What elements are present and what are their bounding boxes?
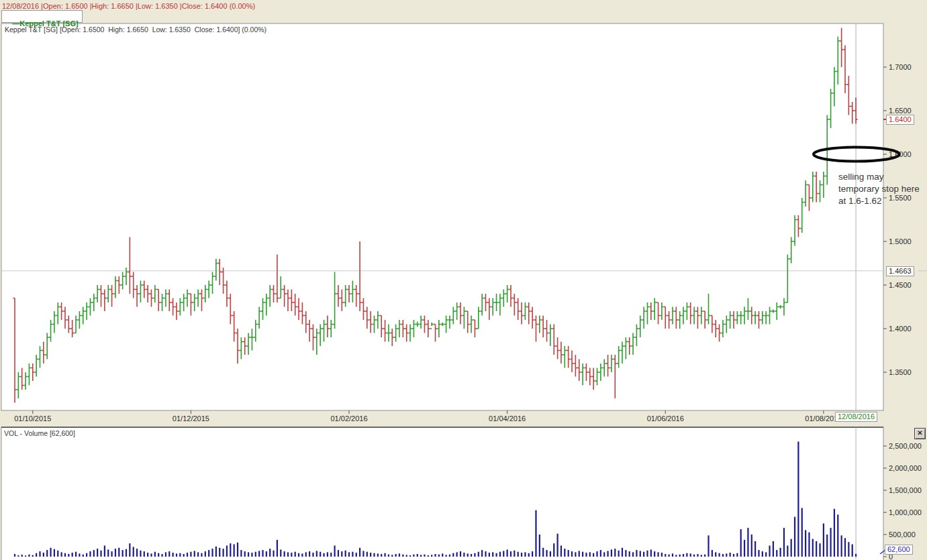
volume-bar (234, 545, 235, 557)
volume-bar (111, 551, 112, 557)
volume-bar (783, 528, 785, 557)
series-legend[interactable]: —Keppel T&T [SG] (1, 10, 83, 23)
volume-bar (553, 543, 554, 557)
volume-bar (187, 553, 188, 557)
volume-bar (816, 541, 817, 557)
volume-bar (57, 551, 58, 557)
volume-bar (669, 555, 670, 557)
volume-bar (237, 543, 238, 557)
volume-bar (118, 548, 119, 557)
volume-bar (305, 552, 307, 557)
volume-bar (93, 550, 95, 557)
volume-bar (248, 552, 249, 557)
volume-bar (122, 550, 124, 557)
volume-bar (495, 553, 497, 557)
volume-bar (219, 548, 220, 557)
volume-bar (808, 533, 810, 557)
volume-bar (826, 535, 828, 557)
volume-bar (201, 553, 202, 557)
volume-bar (61, 552, 62, 557)
volume-bar (632, 552, 634, 557)
volume-bar (255, 552, 256, 557)
volume-bar (154, 552, 156, 557)
volume-bar (769, 546, 770, 557)
volume-bar (614, 549, 616, 557)
volume-bar (183, 554, 185, 557)
drawn-ellipse-annotation[interactable] (811, 146, 906, 164)
volume-bar (758, 550, 759, 557)
volume-bar (708, 535, 709, 557)
volume-bar (571, 551, 573, 557)
volume-bar (715, 552, 716, 557)
volume-bar (446, 555, 447, 557)
chart-canvas[interactable] (0, 0, 927, 560)
volume-bar (474, 553, 475, 557)
volume-bar (507, 549, 508, 557)
volume-bar (14, 554, 15, 557)
volume-bar (280, 549, 281, 557)
volume-bar (596, 551, 597, 557)
volume-bar (550, 551, 551, 557)
volume-bar (557, 534, 558, 557)
volume-bar (765, 552, 767, 557)
volume-bar (542, 548, 544, 557)
volume-bar (693, 555, 695, 557)
volume-bar (107, 549, 109, 557)
volume-bar (712, 550, 713, 557)
volume-bar (485, 551, 486, 557)
volume-bar (36, 553, 37, 557)
volume-bar (330, 553, 332, 557)
volume-bar (323, 553, 324, 557)
volume-pane-title: VOL - Volume [62,600] (4, 429, 75, 437)
charting-app-window: 12/08/2016 |Open: 1.6500 |High: 1.6650 |… (0, 0, 927, 560)
volume-bar (686, 553, 687, 557)
volume-bar (352, 552, 353, 557)
volume-bar (211, 549, 213, 557)
volume-bar (384, 553, 385, 557)
volume-bar (492, 552, 493, 557)
volume-bar (43, 553, 44, 557)
volume-bar (762, 551, 763, 557)
volume-bar (362, 551, 364, 557)
volume-bar (794, 517, 795, 557)
last-price-badge: 1.6400 (886, 115, 914, 125)
volume-bar (751, 535, 752, 557)
volume-bar (841, 535, 842, 557)
volume-bar (269, 549, 271, 557)
volume-bar (528, 553, 530, 557)
volume-bar (514, 551, 515, 557)
volume-bar (607, 551, 608, 557)
volume-bar (600, 550, 601, 557)
volume-bar (388, 555, 389, 557)
volume-bar (136, 549, 138, 557)
drawn-text-annotation[interactable]: selling may temporary stop here at 1.6-1… (838, 171, 920, 207)
volume-bar (823, 524, 824, 557)
close-icon[interactable]: ✕ (914, 428, 926, 439)
volume-bar (539, 535, 540, 557)
volume-bar (144, 551, 145, 557)
volume-bar (747, 528, 748, 557)
volume-bar (287, 552, 289, 557)
volume-bar (208, 550, 209, 557)
volume-bar (39, 551, 40, 557)
volume-bar (359, 548, 360, 557)
volume-bar (126, 549, 127, 557)
volume-bar (28, 555, 30, 557)
volume-bar (205, 551, 206, 557)
volume-bar (730, 553, 731, 557)
volume-bar (697, 554, 698, 557)
volume-bar (409, 555, 411, 557)
volume-bar (805, 530, 806, 557)
volume-bar (25, 555, 26, 557)
volume-bar (79, 553, 80, 557)
volume-bar (481, 550, 483, 557)
volume-bar (434, 554, 436, 557)
volume-bar (244, 551, 246, 557)
volume-bar (115, 549, 116, 557)
volume-bar (467, 553, 469, 557)
volume-bar (295, 552, 296, 557)
volume-bar (424, 555, 425, 557)
volume-bar (320, 552, 321, 557)
volume-bar (298, 553, 299, 557)
volume-bar (215, 547, 217, 557)
